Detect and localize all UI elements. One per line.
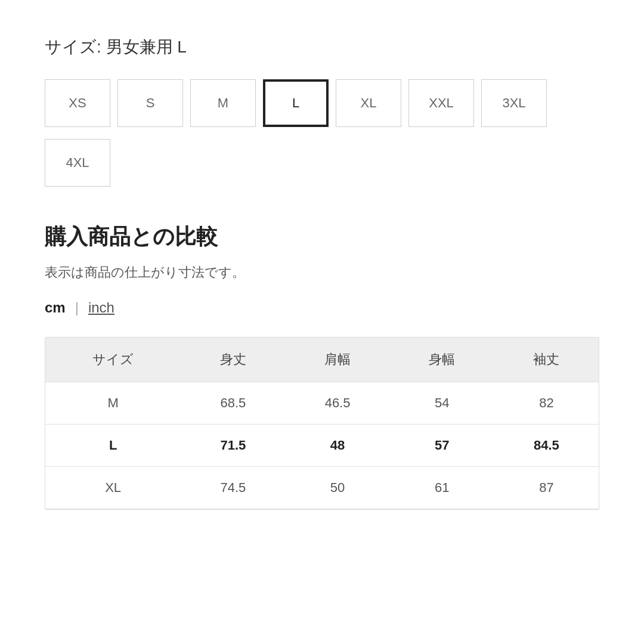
section-title: 購入商品との比較 — [45, 222, 599, 252]
size-label: サイズ: 男女兼用 L — [45, 36, 599, 58]
cell-width-l: 57 — [390, 425, 494, 467]
size-buttons-row1: XS S M L XL XXL 3XL — [45, 79, 599, 127]
section-description: 表示は商品の仕上がり寸法です。 — [45, 264, 599, 281]
table-header-row: サイズ 身丈 肩幅 身幅 袖丈 — [45, 338, 599, 382]
cell-shoulder-xl: 50 — [285, 467, 389, 509]
cell-width-m: 54 — [390, 382, 494, 425]
cell-bodylength-l: 71.5 — [181, 425, 285, 467]
cell-sleeve-l: 84.5 — [494, 425, 599, 467]
cell-width-xl: 61 — [390, 467, 494, 509]
cell-size-l: L — [45, 425, 181, 467]
size-table-wrapper: サイズ 身丈 肩幅 身幅 袖丈 M 68.5 46.5 54 82 L 71.5 — [45, 337, 599, 510]
col-header-width: 身幅 — [390, 338, 494, 382]
unit-divider: | — [75, 299, 79, 316]
size-btn-xs[interactable]: XS — [45, 79, 110, 127]
unit-inch-label[interactable]: inch — [88, 299, 114, 316]
cell-sleeve-xl: 87 — [494, 467, 599, 509]
size-btn-3xl[interactable]: 3XL — [481, 79, 547, 127]
cell-bodylength-xl: 74.5 — [181, 467, 285, 509]
col-header-size: サイズ — [45, 338, 181, 382]
table-row: M 68.5 46.5 54 82 — [45, 382, 599, 425]
cell-sleeve-m: 82 — [494, 382, 599, 425]
unit-cm-label[interactable]: cm — [45, 299, 66, 316]
cell-shoulder-m: 46.5 — [285, 382, 389, 425]
cell-size-m: M — [45, 382, 181, 425]
size-buttons-row2: 4XL — [45, 139, 599, 187]
col-header-sleeve: 袖丈 — [494, 338, 599, 382]
size-btn-s[interactable]: S — [117, 79, 183, 127]
col-header-body-length: 身丈 — [181, 338, 285, 382]
table-row: XL 74.5 50 61 87 — [45, 467, 599, 509]
cell-shoulder-l: 48 — [285, 425, 389, 467]
cell-bodylength-m: 68.5 — [181, 382, 285, 425]
size-btn-l[interactable]: L — [263, 79, 329, 127]
page-container: サイズ: 男女兼用 L XS S M L XL XXL 3XL 4XL 購入商品… — [0, 0, 644, 546]
size-table: サイズ 身丈 肩幅 身幅 袖丈 M 68.5 46.5 54 82 L 71.5 — [45, 338, 599, 509]
cell-size-xl: XL — [45, 467, 181, 509]
size-btn-4xl[interactable]: 4XL — [45, 139, 110, 187]
size-btn-xxl[interactable]: XXL — [408, 79, 474, 127]
size-btn-xl[interactable]: XL — [336, 79, 401, 127]
size-btn-m[interactable]: M — [190, 79, 256, 127]
unit-toggle: cm | inch — [45, 299, 599, 316]
table-row-highlighted: L 71.5 48 57 84.5 — [45, 425, 599, 467]
col-header-shoulder: 肩幅 — [285, 338, 389, 382]
